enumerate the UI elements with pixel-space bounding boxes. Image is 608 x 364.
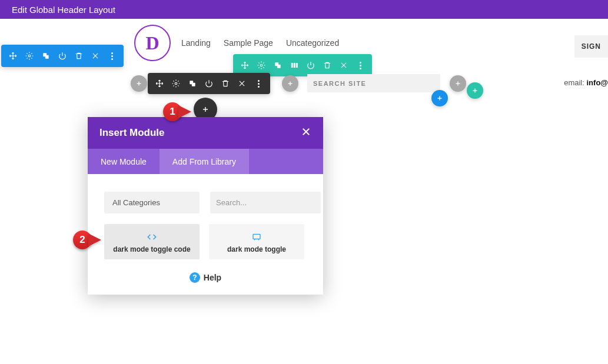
svg-rect-8 [296, 63, 298, 68]
categories-select[interactable]: All Categories [104, 192, 200, 213]
modal-header: Insert Module [88, 117, 323, 149]
svg-rect-12 [253, 234, 260, 239]
help-link[interactable]: ? Help [104, 272, 307, 283]
close-icon[interactable] [87, 45, 104, 67]
tab-new-module[interactable]: New Module [88, 149, 160, 174]
trash-icon[interactable] [71, 45, 87, 67]
columns-icon[interactable] [286, 54, 303, 76]
svg-point-0 [28, 55, 31, 57]
nav-links: Landing Sample Page Uncategorized [181, 38, 339, 48]
insert-module-modal: Insert Module New Module Add From Librar… [88, 117, 323, 295]
modal-tabs: New Module Add From Library [88, 149, 323, 174]
add-row-button[interactable] [467, 82, 483, 99]
nav-link-sample-page[interactable]: Sample Page [224, 38, 273, 48]
power-icon[interactable] [303, 54, 319, 76]
add-module-button[interactable] [131, 75, 147, 92]
module-toolbar [148, 73, 270, 94]
top-bar: Edit Global Header Layout [0, 0, 608, 19]
callout-1: 1 [163, 102, 191, 121]
close-icon[interactable] [335, 54, 352, 76]
svg-rect-6 [291, 63, 293, 68]
add-module-button[interactable] [282, 75, 298, 92]
email-label: email: info@ [564, 78, 608, 87]
more-icon[interactable] [250, 73, 267, 94]
power-icon[interactable] [201, 73, 217, 94]
gear-icon[interactable] [21, 45, 38, 67]
library-item-label: dark mode toggle [214, 245, 300, 253]
svg-rect-11 [192, 83, 195, 86]
callout-2: 2 [73, 231, 101, 249]
library-item-dark-mode-toggle-code[interactable]: dark mode toggle code [104, 224, 200, 259]
add-section-button[interactable] [431, 90, 448, 106]
svg-rect-2 [45, 55, 49, 59]
svg-point-3 [260, 64, 263, 66]
svg-point-9 [175, 82, 177, 85]
library-search-input[interactable] [210, 192, 321, 213]
power-icon[interactable] [54, 45, 71, 67]
close-icon[interactable] [301, 126, 311, 139]
search-site-input[interactable] [307, 74, 440, 92]
help-label: Help [204, 273, 221, 282]
library-item-dark-mode-toggle[interactable]: dark mode toggle [209, 224, 304, 259]
duplicate-icon[interactable] [270, 54, 286, 76]
svg-rect-7 [294, 63, 295, 68]
sign-in-button[interactable]: SIGN [574, 35, 608, 58]
duplicate-icon[interactable] [38, 45, 54, 67]
library-item-label: dark mode toggle code [109, 245, 195, 253]
svg-rect-5 [277, 65, 281, 68]
help-icon: ? [190, 272, 200, 283]
tab-add-from-library[interactable]: Add From Library [160, 149, 249, 174]
trash-icon[interactable] [319, 54, 335, 76]
top-bar-title: Edit Global Header Layout [12, 5, 115, 15]
more-icon[interactable] [104, 45, 120, 67]
site-logo[interactable]: D [134, 25, 171, 61]
modal-title: Insert Module [99, 127, 165, 139]
close-icon[interactable] [234, 73, 250, 94]
code-icon [109, 231, 195, 242]
move-icon[interactable] [5, 45, 21, 67]
gear-icon[interactable] [168, 73, 184, 94]
duplicate-icon[interactable] [184, 73, 201, 94]
more-icon[interactable] [352, 54, 368, 76]
section-toolbar [1, 45, 124, 67]
nav-link-landing[interactable]: Landing [181, 38, 211, 48]
add-module-button[interactable] [450, 75, 466, 92]
move-icon[interactable] [151, 73, 168, 94]
nav-link-uncategorized[interactable]: Uncategorized [286, 38, 339, 48]
blurb-icon [214, 231, 300, 242]
trash-icon[interactable] [217, 73, 234, 94]
